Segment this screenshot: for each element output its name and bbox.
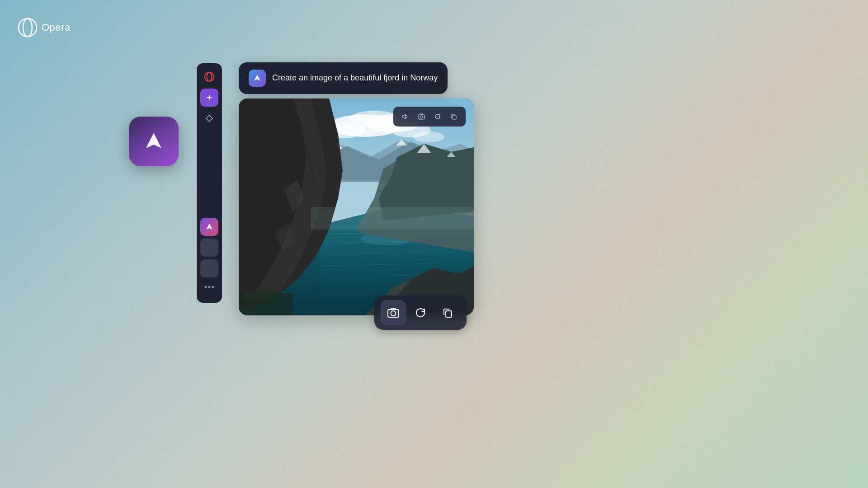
svg-point-1 [23, 19, 32, 37]
action-camera-button[interactable] [381, 300, 406, 325]
chat-avatar [249, 70, 266, 87]
sidebar [197, 63, 222, 303]
camera-icon-large [387, 306, 400, 319]
svg-point-47 [420, 116, 423, 118]
main-panel [239, 99, 474, 315]
svg-rect-51 [446, 311, 452, 317]
svg-point-7 [212, 286, 214, 288]
svg-point-2 [205, 72, 214, 81]
fjord-image [239, 99, 474, 315]
chat-message-bubble: Create an image of a beautiful fjord in … [239, 62, 448, 94]
svg-point-3 [207, 72, 212, 81]
toolbar-camera-button[interactable] [414, 109, 429, 124]
opera-logo-icon [18, 18, 37, 37]
action-refresh-button[interactable] [408, 300, 433, 325]
refresh-icon-small [434, 113, 441, 120]
refresh-icon-large [415, 307, 426, 319]
svg-rect-45 [311, 207, 474, 230]
toolbar-speaker-button[interactable] [398, 109, 412, 124]
diamond-icon [205, 114, 214, 123]
svg-rect-48 [453, 115, 456, 119]
aria-app-icon [142, 129, 166, 154]
sidebar-item-diamond[interactable] [200, 109, 218, 127]
toolbar-refresh-button[interactable] [430, 109, 445, 124]
more-dots-icon [204, 285, 215, 289]
copy-icon-small [450, 113, 458, 120]
svg-point-6 [208, 286, 211, 288]
sidebar-item-opera[interactable] [200, 68, 218, 86]
svg-rect-4 [206, 115, 212, 122]
app-icon [205, 222, 214, 231]
svg-point-16 [349, 111, 399, 127]
sidebar-more-button[interactable] [200, 280, 218, 294]
svg-point-50 [391, 311, 396, 316]
toolbar-copy-button[interactable] [447, 109, 461, 124]
svg-point-44 [243, 288, 279, 302]
opera-logo-text: Opera [42, 22, 71, 33]
speaker-icon [401, 113, 409, 120]
action-bar [374, 296, 467, 330]
panel-toolbar [393, 107, 466, 127]
action-copy-button[interactable] [435, 300, 460, 325]
camera-icon-small [418, 113, 425, 120]
sidebar-item-tab1[interactable] [200, 239, 218, 257]
floating-app-icon[interactable] [129, 117, 179, 166]
svg-point-5 [205, 286, 207, 288]
sidebar-item-aria[interactable] [200, 89, 218, 107]
svg-point-15 [413, 131, 444, 142]
opera-logo: Opera [18, 18, 71, 37]
sparkle-icon [205, 93, 214, 102]
sidebar-item-tab2[interactable] [200, 259, 218, 277]
svg-point-0 [19, 19, 37, 37]
chat-prompt-text: Create an image of a beautiful fjord in … [272, 72, 438, 84]
copy-icon-large [442, 307, 453, 319]
sidebar-item-app[interactable] [200, 218, 218, 236]
